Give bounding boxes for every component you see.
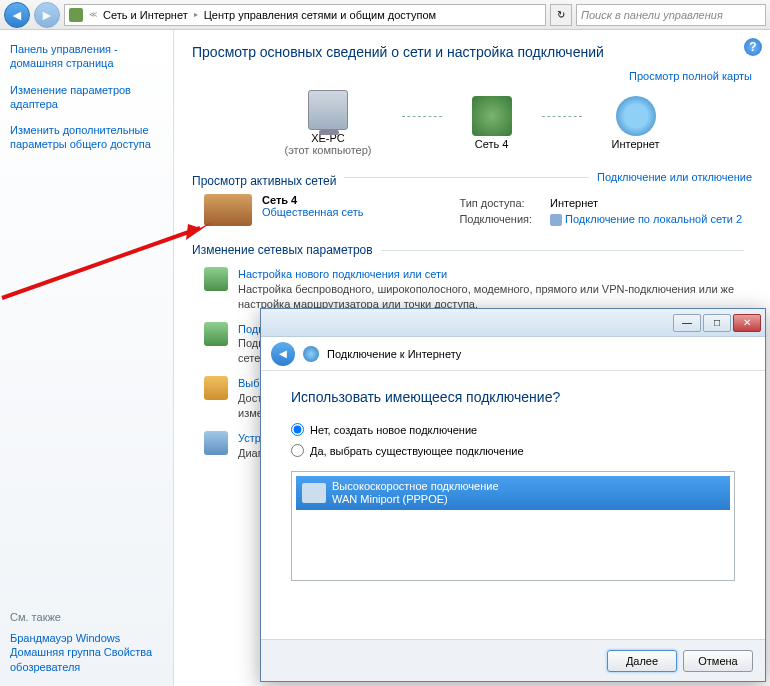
list-item[interactable]: Высокоскоростное подключение WAN Minipor… — [296, 476, 730, 510]
dialog-title: Подключение к Интернету — [327, 348, 461, 360]
connection-line — [542, 116, 582, 117]
connection-link[interactable]: Подключение по локальной сети 2 — [565, 213, 742, 225]
connect-disconnect-link[interactable]: Подключение или отключение — [597, 171, 752, 183]
radio-label: Нет, создать новое подключение — [310, 424, 477, 436]
full-map-link[interactable]: Просмотр полной карты — [629, 70, 752, 82]
connect-icon — [204, 322, 228, 346]
breadcrumb-item[interactable]: Центр управления сетями и общим доступом — [204, 9, 436, 21]
connections-label: Подключения: — [451, 212, 540, 227]
pc-icon — [308, 90, 348, 130]
dialog-titlebar[interactable]: — □ ✕ — [261, 309, 765, 337]
close-button[interactable]: ✕ — [733, 314, 761, 332]
sidebar: Панель управления - домашняя страница Из… — [0, 30, 174, 686]
connection-listbox[interactable]: Высокоскоростное подключение WAN Minipor… — [291, 471, 735, 581]
sidebar-link-sharing[interactable]: Изменить дополнительные параметры общего… — [10, 123, 163, 152]
chevron-icon: ≪ — [89, 10, 97, 19]
refresh-button[interactable]: ↻ — [550, 4, 572, 26]
nav-back-button[interactable]: ◄ — [4, 2, 30, 28]
connect-internet-dialog: — □ ✕ ◄ Подключение к Интернету Использо… — [260, 308, 766, 682]
globe-icon — [303, 346, 319, 362]
radio-label: Да, выбрать существующее подключение — [310, 445, 524, 457]
radio-input[interactable] — [291, 423, 304, 436]
search-placeholder: Поиск в панели управления — [581, 9, 723, 21]
connection-info: Тип доступа: Интернет Подключения: Подкл… — [449, 194, 752, 229]
globe-icon — [616, 96, 656, 136]
maximize-button[interactable]: □ — [703, 314, 731, 332]
next-button[interactable]: Далее — [607, 650, 677, 672]
list-item-subtitle: WAN Miniport (PPPOE) — [332, 493, 499, 506]
sidebar-link-homegroup[interactable]: Домашняя группа — [10, 646, 101, 658]
cancel-button[interactable]: Отмена — [683, 650, 753, 672]
sidebar-link-home[interactable]: Панель управления - домашняя страница — [10, 42, 163, 71]
connection-item-icon — [302, 483, 326, 503]
radio-new-connection[interactable]: Нет, создать новое подключение — [291, 423, 735, 436]
search-input[interactable]: Поиск в панели управления — [576, 4, 766, 26]
network-name: Сеть 4 — [472, 138, 512, 150]
nav-forward-button[interactable]: ► — [34, 2, 60, 28]
action-title[interactable]: Настройка нового подключения или сети — [238, 268, 447, 280]
dialog-question: Использовать имеющееся подключение? — [291, 389, 735, 405]
minimize-button[interactable]: — — [673, 314, 701, 332]
dialog-back-button[interactable]: ◄ — [271, 342, 295, 366]
action-desc: Диаг — [238, 446, 262, 461]
action-title[interactable]: Выб — [238, 377, 260, 389]
radio-existing-connection[interactable]: Да, выбрать существующее подключение — [291, 444, 735, 457]
help-icon[interactable]: ? — [744, 38, 762, 56]
new-connection-icon — [204, 267, 228, 291]
sidebar-link-firewall[interactable]: Брандмауэр Windows — [10, 632, 120, 644]
active-networks-heading: Просмотр активных сетей — [192, 174, 336, 188]
plug-icon — [550, 214, 562, 226]
breadcrumb-item[interactable]: Сеть и Интернет — [103, 9, 188, 21]
internet-label: Интернет — [612, 138, 660, 150]
sidebar-link-adapter[interactable]: Изменение параметров адаптера — [10, 83, 163, 112]
action-title[interactable]: Устр — [238, 432, 261, 444]
change-params-heading: Изменение сетевых параметров — [192, 243, 373, 257]
control-panel-icon — [69, 8, 83, 22]
access-type-value: Интернет — [542, 196, 750, 210]
network-map: XE-PC (этот компьютер) Сеть 4 Интернет — [192, 90, 752, 156]
troubleshoot-icon — [204, 431, 228, 455]
pc-sub: (этот компьютер) — [284, 144, 371, 156]
network-type-link[interactable]: Общественная сеть — [262, 206, 364, 218]
chevron-right-icon: ▸ — [194, 10, 198, 19]
action-new-connection[interactable]: Настройка нового подключения или сети На… — [204, 267, 752, 312]
bench-icon — [204, 194, 252, 226]
active-network-name: Сеть 4 — [262, 194, 364, 206]
radio-input[interactable] — [291, 444, 304, 457]
see-also-heading: См. также — [10, 611, 163, 623]
list-item-title: Высокоскоростное подключение — [332, 480, 499, 493]
choose-icon — [204, 376, 228, 400]
page-title: Просмотр основных сведений о сети и наст… — [192, 44, 752, 60]
connection-line — [402, 116, 442, 117]
network-icon — [472, 96, 512, 136]
address-bar[interactable]: ≪ Сеть и Интернет ▸ Центр управления сет… — [64, 4, 546, 26]
access-type-label: Тип доступа: — [451, 196, 540, 210]
